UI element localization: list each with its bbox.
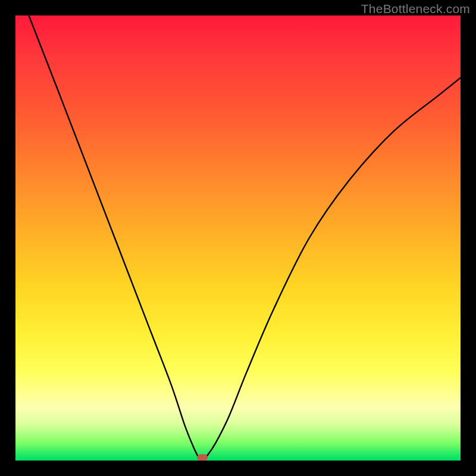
bottleneck-curve	[29, 15, 461, 461]
chart-frame: TheBottleneck.com	[0, 0, 476, 476]
optimum-marker	[197, 454, 208, 461]
curve-layer	[15, 15, 461, 461]
watermark-text: TheBottleneck.com	[361, 2, 470, 16]
plot-area	[15, 15, 461, 461]
